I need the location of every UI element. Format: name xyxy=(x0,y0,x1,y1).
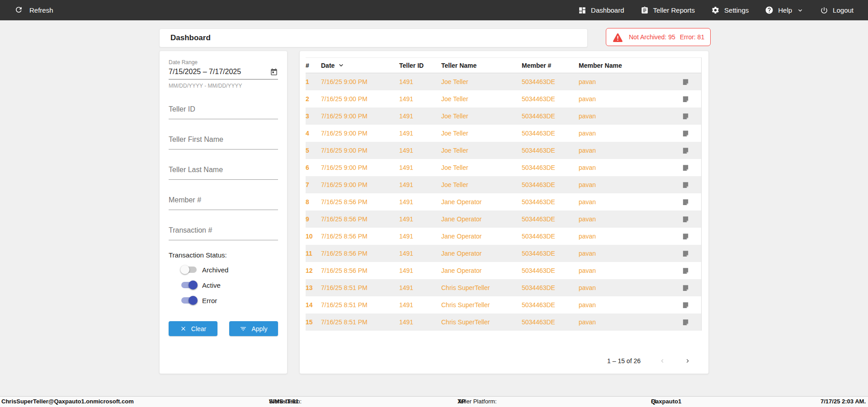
table-row[interactable]: 10 7/16/25 8:56 PM 1491 Jane Operator 50… xyxy=(306,228,701,245)
note-icon[interactable] xyxy=(682,78,701,86)
col-member-number[interactable]: Member # xyxy=(522,62,579,69)
status-toggle-row: Error xyxy=(181,296,278,305)
note-icon[interactable] xyxy=(682,301,701,309)
nav-item-teller-reports[interactable]: Teller Reports xyxy=(641,6,695,14)
nav-item-dashboard[interactable]: Dashboard xyxy=(578,6,624,14)
table-row[interactable]: 4 7/16/25 9:00 PM 1491 Joe Teller 503446… xyxy=(306,125,701,142)
filter-panel: Date Range MM/DD/YYYY - MM/DD/YYYY Trans… xyxy=(159,51,288,374)
row-teller-id: 1491 xyxy=(399,95,441,103)
apply-button[interactable]: Apply xyxy=(229,321,278,336)
note-icon[interactable] xyxy=(682,215,701,224)
row-date: 7/16/25 8:51 PM xyxy=(321,284,399,291)
note-icon[interactable] xyxy=(682,198,701,206)
clear-button[interactable]: Clear xyxy=(169,321,217,336)
row-number: 2 xyxy=(306,95,321,103)
refresh-icon xyxy=(14,5,23,15)
table-row[interactable]: 9 7/16/25 8:56 PM 1491 Jane Operator 503… xyxy=(306,211,701,228)
row-teller-name: Jane Operator xyxy=(441,250,522,257)
transaction-status-label: Transaction Status: xyxy=(169,251,278,259)
table-row[interactable]: 14 7/16/25 8:51 PM 1491 Chris SuperTelle… xyxy=(306,296,701,313)
row-teller-id: 1491 xyxy=(399,112,441,120)
row-teller-name: Joe Teller xyxy=(441,164,522,171)
note-icon[interactable] xyxy=(682,164,701,172)
col-member-name[interactable]: Member Name xyxy=(579,62,669,69)
date-range-input[interactable] xyxy=(169,68,270,76)
note-icon[interactable] xyxy=(682,146,701,155)
not-archived-count: Not Archived: 95 xyxy=(629,33,675,41)
member-number-input[interactable] xyxy=(169,194,278,210)
logged-in-user: ChrisSuperTeller@Qaxpauto1.onmicrosoft.c… xyxy=(1,397,134,407)
table-row[interactable]: 11 7/16/25 8:56 PM 1491 Jane Operator 50… xyxy=(306,245,701,262)
date-range-label: Date Range xyxy=(169,59,278,65)
status-toggle[interactable] xyxy=(181,267,197,273)
table-row[interactable]: 15 7/16/25 8:51 PM 1491 Chris SuperTelle… xyxy=(306,313,701,331)
table-row[interactable]: 13 7/16/25 8:51 PM 1491 Chris SuperTelle… xyxy=(306,279,701,296)
alert-badge[interactable]: Not Archived: 95 Error: 81 xyxy=(606,28,711,46)
previous-page-button[interactable] xyxy=(659,357,666,365)
nav-item-help[interactable]: Help xyxy=(765,6,804,14)
teller-first-name-input[interactable] xyxy=(169,133,278,150)
note-icon[interactable] xyxy=(682,129,701,138)
row-teller-name: Joe Teller xyxy=(441,95,522,103)
row-member-number: 5034463DE xyxy=(522,181,579,188)
row-member-number: 5034463DE xyxy=(522,78,579,85)
row-member-name: pavan xyxy=(579,250,669,257)
row-member-number: 5034463DE xyxy=(522,215,579,223)
table-row[interactable]: 2 7/16/25 9:00 PM 1491 Joe Teller 503446… xyxy=(306,90,701,108)
note-icon[interactable] xyxy=(682,318,701,327)
row-number: 1 xyxy=(306,78,321,85)
note-icon[interactable] xyxy=(682,112,701,121)
row-date: 7/16/25 9:00 PM xyxy=(321,181,399,188)
teller-last-name-input[interactable] xyxy=(169,164,278,180)
nav-item-settings[interactable]: Settings xyxy=(711,6,749,14)
col-teller-name[interactable]: Teller Name xyxy=(441,62,522,69)
row-member-number: 5034463DE xyxy=(522,95,579,103)
row-member-name: pavan xyxy=(579,95,669,103)
calendar-icon[interactable] xyxy=(270,68,278,76)
status-toggle-label: Active xyxy=(202,281,221,289)
row-teller-id: 1491 xyxy=(399,215,441,223)
table-row[interactable]: 8 7/16/25 8:56 PM 1491 Jane Operator 503… xyxy=(306,193,701,211)
row-date: 7/16/25 8:51 PM xyxy=(321,301,399,309)
row-member-number: 5034463DE xyxy=(522,267,579,274)
nav-item-label: Logout xyxy=(833,6,854,14)
close-icon xyxy=(180,325,187,332)
row-number: 11 xyxy=(306,250,321,257)
col-teller-id[interactable]: Teller ID xyxy=(399,62,441,69)
table-row[interactable]: 12 7/16/25 8:56 PM 1491 Jane Operator 50… xyxy=(306,262,701,279)
row-member-name: pavan xyxy=(579,233,669,240)
table-row[interactable]: 1 7/16/25 9:00 PM 1491 Joe Teller 503446… xyxy=(306,73,701,90)
note-icon[interactable] xyxy=(682,284,701,292)
next-page-button[interactable] xyxy=(684,357,691,365)
table-row[interactable]: 5 7/16/25 9:00 PM 1491 Joe Teller 503446… xyxy=(306,142,701,159)
table-row[interactable]: 3 7/16/25 9:00 PM 1491 Joe Teller 503446… xyxy=(306,108,701,125)
refresh-button[interactable]: Refresh xyxy=(14,5,53,15)
status-toggle[interactable] xyxy=(181,282,197,288)
nav-item-logout[interactable]: Logout xyxy=(820,6,854,14)
col-number[interactable]: # xyxy=(306,62,321,69)
pagination: 1 – 15 of 26 xyxy=(607,357,691,365)
note-icon[interactable] xyxy=(682,181,701,189)
row-date: 7/16/25 9:00 PM xyxy=(321,78,399,85)
note-icon[interactable] xyxy=(682,267,701,275)
filter-icon xyxy=(240,325,247,332)
row-teller-name: Joe Teller xyxy=(441,78,522,85)
table-row[interactable]: 6 7/16/25 9:00 PM 1491 Joe Teller 503446… xyxy=(306,159,701,176)
help-icon xyxy=(765,6,774,14)
status-toggle[interactable] xyxy=(181,297,197,304)
row-member-name: pavan xyxy=(579,181,669,188)
teller-id-input[interactable] xyxy=(169,103,278,119)
note-icon[interactable] xyxy=(682,249,701,258)
row-teller-name: Jane Operator xyxy=(441,267,522,274)
table-row[interactable]: 7 7/16/25 9:00 PM 1491 Joe Teller 503446… xyxy=(306,176,701,193)
power-icon xyxy=(820,6,828,14)
row-member-name: pavan xyxy=(579,301,669,309)
row-teller-id: 1491 xyxy=(399,318,441,326)
transaction-number-input[interactable] xyxy=(169,224,278,240)
note-icon[interactable] xyxy=(682,232,701,241)
note-icon[interactable] xyxy=(682,95,701,103)
row-member-number: 5034463DE xyxy=(522,250,579,257)
col-date[interactable]: Date xyxy=(321,61,399,69)
page-title: Dashboard xyxy=(170,33,211,42)
row-member-name: pavan xyxy=(579,318,669,326)
